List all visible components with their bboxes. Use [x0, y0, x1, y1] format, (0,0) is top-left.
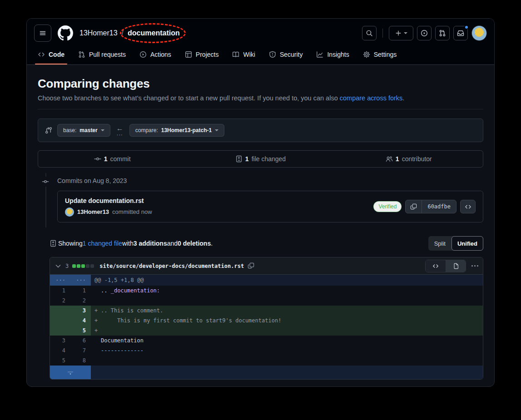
- hunk-gutter-old[interactable]: ···: [50, 275, 70, 286]
- code-icon: [38, 51, 45, 58]
- commit-sha-group: 60adfbe: [405, 200, 456, 213]
- tab-wiki[interactable]: Wiki: [228, 46, 258, 64]
- people-icon: [386, 155, 393, 163]
- changes-summary: Showing 1 changed file with 3 additions …: [50, 236, 483, 251]
- search-icon: [366, 30, 373, 37]
- hunk-gutter-new[interactable]: ···: [70, 275, 91, 286]
- deletions-count: 0 deletions: [178, 240, 211, 247]
- collapse-file-chevron[interactable]: [55, 262, 62, 270]
- tab-actions[interactable]: Actions: [136, 46, 175, 64]
- expander-fill: [91, 366, 483, 379]
- tab-label: Code: [49, 51, 65, 58]
- avatar[interactable]: [471, 25, 487, 41]
- book-icon: [232, 51, 239, 58]
- compare-across-forks-link[interactable]: compare across forks: [340, 94, 403, 102]
- diff-file-header: 3 site/source/developer-docs/documentati…: [50, 257, 483, 275]
- commit-sha[interactable]: 60adfbe: [422, 200, 456, 213]
- tab-projects[interactable]: Projects: [181, 46, 223, 64]
- tab-pull-requests[interactable]: Pull requests: [74, 46, 129, 64]
- plus-sign: +: [94, 326, 101, 336]
- play-circle-icon: [139, 51, 147, 58]
- browse-code-button[interactable]: [460, 200, 476, 213]
- diff-line-context: 4 7 -------------: [50, 346, 483, 356]
- commit-author-avatar[interactable]: [65, 208, 74, 217]
- divider: [38, 109, 483, 109]
- github-page: 13Homer13 / documentation: [26, 18, 495, 387]
- diff-line-context: 2 2: [50, 296, 483, 306]
- copy-sha-button[interactable]: [406, 200, 422, 213]
- gear-icon: [363, 51, 370, 58]
- file-path[interactable]: site/source/developer-docs/documentation…: [99, 263, 244, 269]
- inbox-button[interactable]: [453, 26, 468, 40]
- tab-label: Projects: [196, 51, 219, 58]
- base-label: base:: [63, 127, 76, 133]
- commit-icon: [94, 155, 101, 163]
- diff-blocks: [72, 264, 94, 268]
- diff-table: ··· ··· @@ -1,5 +1,8 @@ 1 1 .. _document…: [50, 275, 483, 379]
- base-branch-select[interactable]: base: master: [57, 124, 110, 137]
- page-subtitle: Choose two branches to see what’s change…: [38, 94, 483, 102]
- compare-value: 13Homer13-patch-1: [161, 127, 212, 133]
- diff-view-toggle: Split Unified: [428, 236, 483, 251]
- commit-card: Update documentation.rst 13Homer13 commi…: [57, 191, 483, 222]
- breadcrumb: 13Homer13 / documentation: [79, 29, 180, 37]
- unified-view-button[interactable]: Unified: [452, 236, 483, 251]
- diff-line-addition: 4 + This is my first commit to start9's …: [50, 316, 483, 326]
- commit-icon: [41, 177, 50, 187]
- tab-settings[interactable]: Settings: [359, 46, 401, 64]
- split-view-button[interactable]: Split: [428, 236, 452, 251]
- tab-insights[interactable]: Insights: [313, 46, 352, 64]
- header-divider: [382, 29, 383, 38]
- hamburger-menu-button[interactable]: [34, 25, 51, 42]
- tab-label: Actions: [150, 51, 171, 58]
- verified-badge[interactable]: Verified: [373, 201, 402, 212]
- breadcrumb-repo[interactable]: documentation: [128, 29, 180, 37]
- expand-down-button[interactable]: [50, 366, 91, 379]
- tab-label: Insights: [327, 51, 349, 58]
- hunk-header-text: @@ -1,5 +1,8 @@: [91, 275, 483, 286]
- github-logo-icon[interactable]: [58, 25, 73, 41]
- copy-path-button[interactable]: [248, 262, 254, 269]
- changed-file-link[interactable]: 1 changed file: [83, 240, 122, 247]
- diff-stats-bar: 1 commit 1 file changed 1 contributor: [38, 150, 483, 168]
- plus-sign: +: [94, 306, 101, 316]
- diff-line-addition: 3 +.. This is comment.: [50, 306, 483, 316]
- rendered-view-button[interactable]: [446, 260, 466, 272]
- tab-security[interactable]: Security: [265, 46, 307, 64]
- stat-commits[interactable]: 1 commit: [38, 155, 186, 163]
- file-options-kebab[interactable]: [471, 265, 478, 267]
- additions-count: 3 additions: [134, 240, 167, 247]
- copy-icon: [410, 203, 417, 210]
- tab-label: Settings: [374, 51, 397, 58]
- shield-icon: [269, 51, 276, 58]
- issue-opened-icon: [421, 30, 428, 37]
- compare-branch-select[interactable]: compare: 13Homer13-patch-1: [129, 124, 224, 137]
- plus-sign: +: [94, 316, 101, 326]
- diff-line-addition: 5 +: [50, 326, 483, 336]
- commits-timeline: Commits on Aug 8, 2023 Update documentat…: [38, 176, 483, 222]
- stat-contributors[interactable]: 1 contributor: [335, 155, 483, 163]
- page-title: Comparing changes: [38, 77, 483, 91]
- stat-files-changed[interactable]: 1 file changed: [186, 155, 334, 163]
- commit-title[interactable]: Update documentation.rst: [65, 197, 152, 204]
- tab-label: Pull requests: [89, 51, 126, 58]
- graph-icon: [316, 51, 323, 58]
- table-icon: [185, 51, 192, 58]
- commit-author[interactable]: 13Homer13: [77, 208, 109, 215]
- range-dots: ...: [117, 132, 123, 135]
- plus-icon: [395, 30, 402, 36]
- git-pull-request-icon: [439, 30, 446, 37]
- create-new-button[interactable]: [389, 26, 413, 40]
- tab-code[interactable]: Code: [34, 46, 68, 64]
- breadcrumb-owner[interactable]: 13Homer13: [79, 29, 118, 37]
- search-button[interactable]: [362, 26, 377, 40]
- pull-requests-button[interactable]: [435, 26, 450, 40]
- issues-button[interactable]: [417, 26, 432, 40]
- hunk-header-row: ··· ··· @@ -1,5 +1,8 @@: [50, 275, 483, 286]
- notification-dot: [464, 25, 469, 30]
- hamburger-icon: [39, 30, 46, 37]
- source-view-button[interactable]: [426, 260, 446, 272]
- source-rendered-toggle: [425, 260, 466, 272]
- diff-line-context: 1 1 .. _documentation:: [50, 286, 483, 296]
- compare-label: compare:: [135, 127, 158, 133]
